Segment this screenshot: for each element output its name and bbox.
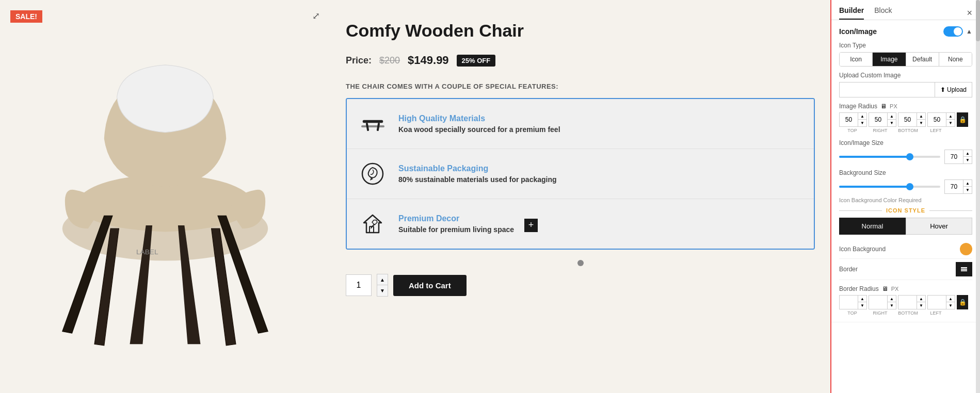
icon-size-down[interactable]: ▼ xyxy=(963,157,972,163)
border-radius-top-value[interactable] xyxy=(840,296,858,309)
scrollbar-track[interactable] xyxy=(976,0,980,393)
icon-size-up[interactable]: ▲ xyxy=(963,150,972,157)
border-radius-lock-icon[interactable]: 🔒 xyxy=(957,295,968,309)
bg-size-num[interactable]: ▲ ▼ xyxy=(944,179,972,194)
upload-btn-label: Upload xyxy=(947,86,967,93)
radius-bottom-down[interactable]: ▼ xyxy=(917,120,925,126)
scroll-indicator xyxy=(346,260,815,266)
radius-top-input[interactable]: ▲ ▼ xyxy=(839,112,867,127)
br-top-arrows: ▲ ▼ xyxy=(858,296,866,309)
radius-left-group: ▲ ▼ xyxy=(927,112,955,127)
bg-size-down[interactable]: ▼ xyxy=(963,187,972,193)
quantity-down-button[interactable]: ▼ xyxy=(377,285,388,296)
radius-right-input[interactable]: ▲ ▼ xyxy=(869,112,896,127)
radius-bottom-input[interactable]: ▲ ▼ xyxy=(898,112,926,127)
feature-icon-table xyxy=(357,108,388,139)
border-radius-bottom-input[interactable]: ▲ ▼ xyxy=(898,295,926,309)
style-tabs: Normal Hover xyxy=(839,218,972,235)
radius-bottom-group: ▲ ▼ xyxy=(898,112,926,127)
features-list: High Quality Materials Koa wood speciall… xyxy=(346,98,815,250)
border-radius-left-value[interactable] xyxy=(928,296,946,309)
scrollbar-thumb[interactable] xyxy=(976,0,980,41)
tab-builder[interactable]: Builder xyxy=(839,6,864,20)
product-image: LABEL xyxy=(10,10,320,383)
style-tab-normal[interactable]: Normal xyxy=(839,218,906,235)
feature-icon-home xyxy=(357,208,388,239)
expand-icon[interactable]: ⤢ xyxy=(312,10,320,22)
upload-icon: ⬆ xyxy=(940,86,945,93)
svg-rect-8 xyxy=(961,267,967,268)
radius-right-group: ▲ ▼ xyxy=(869,112,896,127)
icon-type-image-btn[interactable]: Image xyxy=(873,53,906,66)
border-settings-icon[interactable] xyxy=(956,262,972,276)
radius-bottom-value[interactable] xyxy=(898,113,917,126)
quantity-input[interactable] xyxy=(346,274,372,296)
quantity-stepper[interactable]: ▲ ▼ xyxy=(377,274,388,297)
bg-size-slider-fill xyxy=(839,186,910,188)
style-tab-hover[interactable]: Hover xyxy=(906,218,972,235)
radius-top-up[interactable]: ▲ xyxy=(858,113,866,120)
section-toggle[interactable] xyxy=(943,26,963,37)
icon-size-slider-fill xyxy=(839,156,910,158)
upload-label: Upload Custom Image xyxy=(839,72,972,79)
add-to-cart-button[interactable]: Add to Cart xyxy=(393,275,467,296)
radius-top-value[interactable] xyxy=(840,113,858,126)
feature-item-3: Premium Decor Suitable for premium livin… xyxy=(347,199,814,249)
radius-left-value[interactable] xyxy=(928,113,946,126)
price-current: $149.99 xyxy=(408,54,449,67)
feature-title-1: High Quality Materials xyxy=(398,114,560,123)
product-image-section: SALE! ⤢ xyxy=(0,0,330,393)
radius-bottom-up[interactable]: ▲ xyxy=(917,113,925,120)
icon-bg-label: Icon Background xyxy=(839,245,886,253)
border-radius-responsive-icon: 🖥 xyxy=(882,285,888,292)
icon-size-num[interactable]: ▲ ▼ xyxy=(944,150,972,164)
bg-size-slider-track[interactable] xyxy=(839,186,940,188)
border-label: Border xyxy=(839,266,858,273)
br-right-up[interactable]: ▲ xyxy=(888,296,896,302)
radius-right-value[interactable] xyxy=(869,113,887,126)
border-radius-top-input[interactable]: ▲ ▼ xyxy=(839,295,867,309)
radius-right-arrows: ▲ ▼ xyxy=(887,113,896,126)
radius-left-input[interactable]: ▲ ▼ xyxy=(927,112,955,127)
section-chevron-icon[interactable]: ▲ xyxy=(966,28,972,35)
br-right-down[interactable]: ▼ xyxy=(888,302,896,309)
br-left-up[interactable]: ▲ xyxy=(946,296,955,302)
quantity-up-button[interactable]: ▲ xyxy=(377,274,388,285)
border-row: Border xyxy=(839,259,972,280)
border-radius-right-input[interactable]: ▲ ▼ xyxy=(869,295,896,309)
icon-size-slider-track[interactable] xyxy=(839,156,940,158)
radius-right-up[interactable]: ▲ xyxy=(888,113,896,120)
upload-input[interactable] xyxy=(839,82,935,97)
br-bottom-up[interactable]: ▲ xyxy=(917,296,925,302)
upload-button[interactable]: ⬆ Upload xyxy=(935,82,972,97)
border-radius-px-label: PX xyxy=(891,286,899,292)
icon-type-default-btn[interactable]: Default xyxy=(906,53,939,66)
icon-size-value[interactable] xyxy=(945,150,963,163)
radius-left-down[interactable]: ▼ xyxy=(946,120,955,126)
bg-size-value[interactable] xyxy=(945,180,963,193)
br-top-up[interactable]: ▲ xyxy=(858,296,866,302)
bg-size-slider-thumb[interactable] xyxy=(906,183,913,190)
radius-top-down[interactable]: ▼ xyxy=(858,120,866,126)
feature-text-group-3: Premium Decor Suitable for premium livin… xyxy=(398,214,514,234)
icon-type-icon-btn[interactable]: Icon xyxy=(840,53,873,66)
border-radius-left-input[interactable]: ▲ ▼ xyxy=(927,295,955,309)
icon-bg-color-swatch[interactable] xyxy=(960,243,972,255)
panel-close-button[interactable]: × xyxy=(967,8,972,19)
icon-type-none-btn[interactable]: None xyxy=(939,53,972,66)
radius-left-up[interactable]: ▲ xyxy=(946,113,955,120)
border-radius-bottom-value[interactable] xyxy=(898,296,917,309)
upload-row: ⬆ Upload xyxy=(839,82,972,97)
radius-right-down[interactable]: ▼ xyxy=(888,120,896,126)
toggle-thumb xyxy=(954,27,962,36)
border-radius-right-value[interactable] xyxy=(869,296,887,309)
icon-size-label: Icon/Image Size xyxy=(839,139,972,146)
bg-size-up[interactable]: ▲ xyxy=(963,180,972,187)
br-top-down[interactable]: ▼ xyxy=(858,302,866,309)
icon-size-slider-thumb[interactable] xyxy=(906,153,913,160)
br-bottom-down[interactable]: ▼ xyxy=(917,302,925,309)
radius-lock-icon[interactable]: 🔒 xyxy=(957,112,968,127)
add-feature-button[interactable]: + xyxy=(524,219,538,232)
tab-block[interactable]: Block xyxy=(874,6,892,20)
br-left-down[interactable]: ▼ xyxy=(946,302,955,309)
